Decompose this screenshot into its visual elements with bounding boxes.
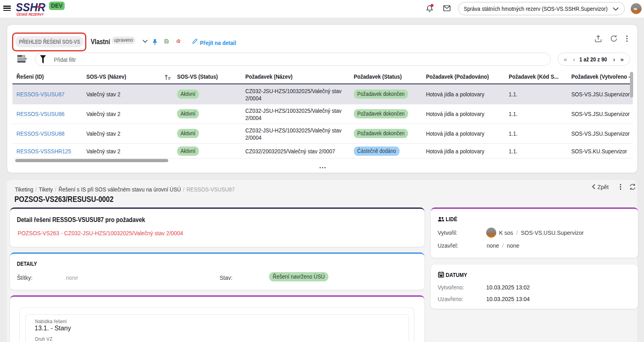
- svg-text:ČESKÉ REZERVY: ČESKÉ REZERVY: [16, 12, 44, 16]
